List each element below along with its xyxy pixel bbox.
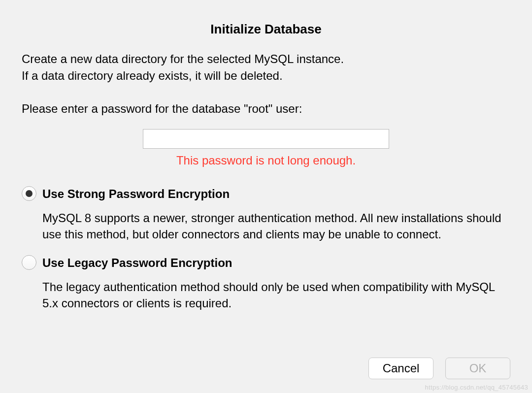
cancel-button[interactable]: Cancel [368, 358, 433, 379]
intro-line-1: Create a new data directory for the sele… [22, 51, 510, 67]
root-password-input[interactable] [143, 129, 389, 149]
password-input-row [22, 129, 510, 149]
password-prompt: Please enter a password for the database… [22, 100, 510, 117]
option-strong-title: Use Strong Password Encryption [42, 187, 508, 201]
watermark-text: https://blog.csdn.net/qq_45745643 [425, 384, 528, 391]
radio-legacy-encryption[interactable] [22, 255, 36, 270]
option-legacy-title: Use Legacy Password Encryption [42, 256, 508, 270]
dialog-title: Initialize Database [22, 22, 510, 37]
option-legacy-desc: The legacy authentication method should … [42, 279, 508, 311]
option-legacy-encryption: Use Legacy Password Encryption The legac… [22, 255, 510, 311]
option-strong-encryption: Use Strong Password Encryption MySQL 8 s… [22, 186, 510, 242]
radio-strong-encryption[interactable] [22, 186, 36, 201]
radio-dot-icon [26, 190, 33, 197]
intro-line-2: If a data directory already exists, it w… [22, 67, 510, 84]
ok-button[interactable]: OK [445, 358, 510, 379]
intro-text: Create a new data directory for the sele… [22, 51, 510, 84]
dialog-button-row: Cancel OK [368, 358, 510, 379]
password-error-text: This password is not long enough. [22, 154, 510, 167]
option-strong-desc: MySQL 8 supports a newer, stronger authe… [42, 210, 508, 242]
encryption-options: Use Strong Password Encryption MySQL 8 s… [22, 186, 510, 311]
initialize-database-dialog: Initialize Database Create a new data di… [0, 0, 532, 393]
